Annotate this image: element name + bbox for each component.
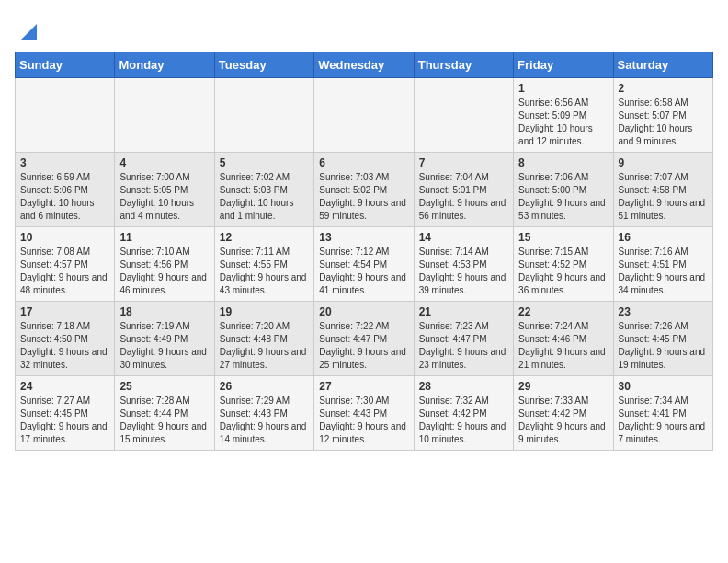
- day-info: Sunrise: 7:00 AM Sunset: 5:05 PM Dayligh…: [119, 171, 209, 223]
- week-row-5: 24Sunrise: 7:27 AM Sunset: 4:45 PM Dayli…: [16, 376, 713, 451]
- header: [15, 15, 713, 44]
- day-info: Sunrise: 7:04 AM Sunset: 5:01 PM Dayligh…: [419, 171, 508, 223]
- day-cell: [16, 78, 115, 153]
- day-cell: 18Sunrise: 7:19 AM Sunset: 4:49 PM Dayli…: [115, 302, 214, 376]
- day-cell: 11Sunrise: 7:10 AM Sunset: 4:56 PM Dayli…: [115, 227, 214, 302]
- day-info: Sunrise: 7:16 AM Sunset: 4:51 PM Dayligh…: [619, 246, 708, 297]
- day-number: 28: [419, 380, 508, 393]
- day-number: 25: [119, 380, 209, 393]
- day-cell: 20Sunrise: 7:22 AM Sunset: 4:47 PM Dayli…: [314, 302, 414, 376]
- day-number: 3: [20, 156, 109, 169]
- day-number: 10: [20, 231, 109, 244]
- day-info: Sunrise: 7:26 AM Sunset: 4:45 PM Dayligh…: [619, 320, 708, 372]
- day-cell: [115, 78, 214, 153]
- day-cell: 26Sunrise: 7:29 AM Sunset: 4:43 PM Dayli…: [214, 376, 313, 451]
- day-number: 13: [319, 231, 408, 244]
- day-cell: [414, 78, 513, 153]
- day-cell: 30Sunrise: 7:34 AM Sunset: 4:41 PM Dayli…: [613, 376, 712, 451]
- day-info: Sunrise: 7:19 AM Sunset: 4:49 PM Dayligh…: [119, 320, 209, 372]
- day-number: 22: [518, 305, 608, 318]
- day-number: 1: [518, 82, 608, 95]
- day-cell: 8Sunrise: 7:06 AM Sunset: 5:00 PM Daylig…: [514, 153, 613, 227]
- day-cell: 12Sunrise: 7:11 AM Sunset: 4:55 PM Dayli…: [214, 227, 313, 302]
- day-cell: 17Sunrise: 7:18 AM Sunset: 4:50 PM Dayli…: [16, 302, 115, 376]
- day-cell: 9Sunrise: 7:07 AM Sunset: 4:58 PM Daylig…: [613, 153, 712, 227]
- day-info: Sunrise: 7:08 AM Sunset: 4:57 PM Dayligh…: [20, 246, 109, 297]
- week-row-2: 3Sunrise: 6:59 AM Sunset: 5:06 PM Daylig…: [16, 153, 713, 227]
- day-number: 14: [419, 231, 508, 244]
- day-info: Sunrise: 7:14 AM Sunset: 4:53 PM Dayligh…: [419, 246, 508, 297]
- day-info: Sunrise: 7:28 AM Sunset: 4:44 PM Dayligh…: [119, 395, 209, 446]
- day-cell: 13Sunrise: 7:12 AM Sunset: 4:54 PM Dayli…: [314, 227, 414, 302]
- day-cell: 7Sunrise: 7:04 AM Sunset: 5:01 PM Daylig…: [414, 153, 513, 227]
- day-number: 11: [119, 231, 209, 244]
- day-info: Sunrise: 7:10 AM Sunset: 4:56 PM Dayligh…: [119, 246, 209, 297]
- day-info: Sunrise: 7:27 AM Sunset: 4:45 PM Dayligh…: [20, 395, 109, 446]
- day-number: 6: [319, 156, 408, 169]
- svg-marker-0: [20, 24, 37, 40]
- col-header-saturday: Saturday: [613, 52, 712, 78]
- week-row-1: 1Sunrise: 6:56 AM Sunset: 5:09 PM Daylig…: [16, 78, 713, 153]
- day-info: Sunrise: 6:56 AM Sunset: 5:09 PM Dayligh…: [518, 97, 608, 148]
- day-cell: 19Sunrise: 7:20 AM Sunset: 4:48 PM Dayli…: [214, 302, 313, 376]
- day-info: Sunrise: 7:24 AM Sunset: 4:46 PM Dayligh…: [518, 320, 608, 372]
- day-info: Sunrise: 7:23 AM Sunset: 4:47 PM Dayligh…: [419, 320, 508, 372]
- day-info: Sunrise: 7:34 AM Sunset: 4:41 PM Dayligh…: [619, 395, 708, 446]
- col-header-thursday: Thursday: [414, 52, 513, 78]
- week-row-4: 17Sunrise: 7:18 AM Sunset: 4:50 PM Dayli…: [16, 302, 713, 376]
- day-cell: 1Sunrise: 6:56 AM Sunset: 5:09 PM Daylig…: [514, 78, 613, 153]
- day-number: 29: [518, 380, 608, 393]
- logo-icon: [11, 15, 39, 42]
- day-info: Sunrise: 7:29 AM Sunset: 4:43 PM Dayligh…: [220, 395, 309, 446]
- day-cell: [314, 78, 414, 153]
- logo: [15, 15, 39, 44]
- day-cell: 25Sunrise: 7:28 AM Sunset: 4:44 PM Dayli…: [115, 376, 214, 451]
- calendar-table: SundayMondayTuesdayWednesdayThursdayFrid…: [15, 52, 713, 451]
- day-info: Sunrise: 7:02 AM Sunset: 5:03 PM Dayligh…: [220, 171, 309, 223]
- day-info: Sunrise: 7:11 AM Sunset: 4:55 PM Dayligh…: [220, 246, 309, 297]
- col-header-sunday: Sunday: [16, 52, 115, 78]
- day-cell: 3Sunrise: 6:59 AM Sunset: 5:06 PM Daylig…: [16, 153, 115, 227]
- day-info: Sunrise: 7:32 AM Sunset: 4:42 PM Dayligh…: [419, 395, 508, 446]
- day-info: Sunrise: 7:07 AM Sunset: 4:58 PM Dayligh…: [619, 171, 708, 223]
- day-info: Sunrise: 7:15 AM Sunset: 4:52 PM Dayligh…: [518, 246, 608, 297]
- day-cell: 4Sunrise: 7:00 AM Sunset: 5:05 PM Daylig…: [115, 153, 214, 227]
- day-cell: 6Sunrise: 7:03 AM Sunset: 5:02 PM Daylig…: [314, 153, 414, 227]
- day-number: 7: [419, 156, 508, 169]
- day-number: 30: [619, 380, 708, 393]
- day-cell: 14Sunrise: 7:14 AM Sunset: 4:53 PM Dayli…: [414, 227, 513, 302]
- day-number: 20: [319, 305, 408, 318]
- day-cell: 2Sunrise: 6:58 AM Sunset: 5:07 PM Daylig…: [613, 78, 712, 153]
- day-number: 27: [319, 380, 408, 393]
- day-cell: 10Sunrise: 7:08 AM Sunset: 4:57 PM Dayli…: [16, 227, 115, 302]
- day-info: Sunrise: 7:06 AM Sunset: 5:00 PM Dayligh…: [518, 171, 608, 223]
- day-number: 15: [518, 231, 608, 244]
- day-number: 2: [619, 82, 708, 95]
- day-number: 19: [220, 305, 309, 318]
- day-cell: 16Sunrise: 7:16 AM Sunset: 4:51 PM Dayli…: [613, 227, 712, 302]
- day-number: 16: [619, 231, 708, 244]
- col-header-friday: Friday: [514, 52, 613, 78]
- day-number: 23: [619, 305, 708, 318]
- day-cell: 23Sunrise: 7:26 AM Sunset: 4:45 PM Dayli…: [613, 302, 712, 376]
- day-number: 5: [220, 156, 309, 169]
- day-cell: 15Sunrise: 7:15 AM Sunset: 4:52 PM Dayli…: [514, 227, 613, 302]
- day-number: 4: [119, 156, 209, 169]
- day-number: 9: [619, 156, 708, 169]
- col-header-monday: Monday: [115, 52, 214, 78]
- day-number: 12: [220, 231, 309, 244]
- day-cell: 24Sunrise: 7:27 AM Sunset: 4:45 PM Dayli…: [16, 376, 115, 451]
- day-info: Sunrise: 6:59 AM Sunset: 5:06 PM Dayligh…: [20, 171, 109, 223]
- day-info: Sunrise: 7:33 AM Sunset: 4:42 PM Dayligh…: [518, 395, 608, 446]
- day-number: 21: [419, 305, 508, 318]
- day-cell: 27Sunrise: 7:30 AM Sunset: 4:43 PM Dayli…: [314, 376, 414, 451]
- day-number: 18: [119, 305, 209, 318]
- day-number: 8: [518, 156, 608, 169]
- day-info: Sunrise: 7:03 AM Sunset: 5:02 PM Dayligh…: [319, 171, 408, 223]
- day-cell: 5Sunrise: 7:02 AM Sunset: 5:03 PM Daylig…: [214, 153, 313, 227]
- day-info: Sunrise: 7:30 AM Sunset: 4:43 PM Dayligh…: [319, 395, 408, 446]
- week-row-3: 10Sunrise: 7:08 AM Sunset: 4:57 PM Dayli…: [16, 227, 713, 302]
- day-info: Sunrise: 6:58 AM Sunset: 5:07 PM Dayligh…: [619, 97, 708, 148]
- day-number: 17: [20, 305, 109, 318]
- day-cell: 29Sunrise: 7:33 AM Sunset: 4:42 PM Dayli…: [514, 376, 613, 451]
